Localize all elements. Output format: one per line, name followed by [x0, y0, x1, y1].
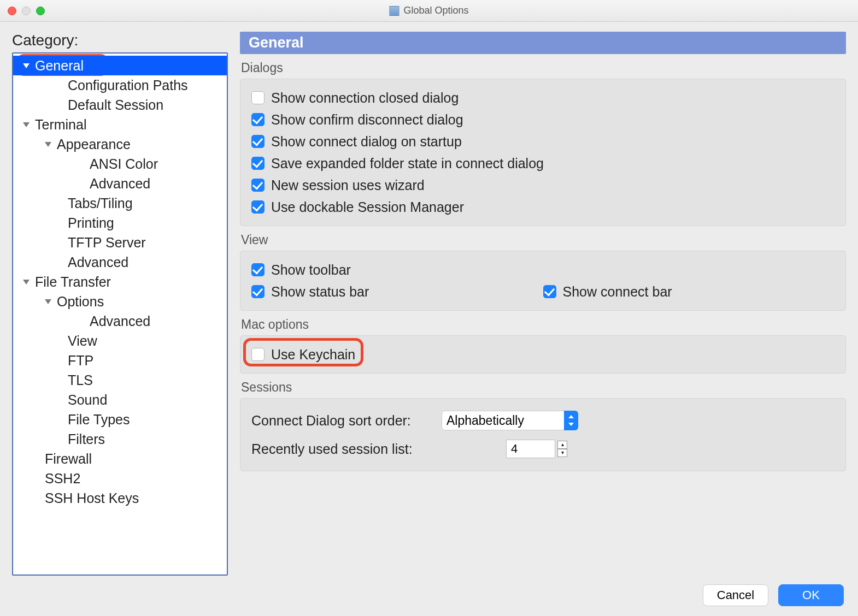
chk-label: Show connect dialog on startup: [271, 134, 462, 150]
app-icon: [389, 6, 399, 16]
tree-item-appearance[interactable]: Appearance: [13, 134, 227, 154]
sort-order-label: Connect Dialog sort order:: [251, 413, 432, 429]
chevron-down-icon[interactable]: [23, 63, 30, 68]
chk-label: Save expanded folder state in connect di…: [271, 156, 544, 171]
recent-list-label: Recently used session list:: [251, 441, 432, 457]
tree-item-ftp[interactable]: FTP: [13, 351, 227, 370]
chk-use-keychain[interactable]: [251, 348, 265, 361]
tree-label: Sound: [68, 392, 107, 408]
tree-item-ansi-color[interactable]: ANSI Color: [13, 154, 227, 174]
group-label-mac: Mac options: [240, 317, 846, 332]
chevron-down-icon[interactable]: [23, 280, 30, 285]
chk-show-confirm[interactable]: [251, 113, 265, 126]
category-tree[interactable]: General Configuration Paths Default Sess…: [12, 52, 228, 576]
category-sidebar: Category: General Configuration Paths De…: [12, 32, 228, 576]
tree-label: Options: [57, 294, 104, 310]
tree-item-ssh2[interactable]: SSH2: [13, 469, 227, 488]
stepper-down-icon[interactable]: ▾: [557, 449, 567, 457]
chk-show-statusbar[interactable]: [251, 285, 265, 298]
stepper-up-icon[interactable]: ▴: [557, 441, 567, 449]
global-options-window: Global Options Category: General Configu…: [0, 0, 858, 616]
chevron-down-icon[interactable]: [45, 299, 51, 304]
tree-label: Printing: [68, 215, 114, 231]
settings-panel: General Dialogs Show connection closed d…: [240, 32, 846, 576]
chk-label: Show status bar: [271, 284, 369, 300]
chevron-down-icon[interactable]: [23, 122, 30, 127]
tree-label: Tabs/Tiling: [68, 196, 133, 211]
cancel-button[interactable]: Cancel: [703, 584, 768, 606]
group-view: View Show toolbar Show status bar Show c…: [240, 233, 846, 311]
recent-list-input[interactable]: [506, 440, 555, 458]
tree-label: File Types: [68, 412, 130, 428]
ok-button[interactable]: OK: [778, 584, 844, 606]
tree-item-options[interactable]: Options: [13, 292, 227, 311]
tree-label: Firewall: [45, 451, 92, 467]
tree-item-default-session[interactable]: Default Session: [13, 95, 227, 115]
panel-title: General: [240, 32, 846, 54]
zoom-window-icon[interactable]: [36, 7, 45, 15]
tree-label: File Transfer: [35, 274, 111, 290]
group-mac: Mac options Use Keychain: [240, 317, 846, 374]
chk-show-startup[interactable]: [251, 135, 265, 148]
dialog-footer: Cancel OK: [12, 576, 846, 611]
tree-item-printing[interactable]: Printing: [13, 213, 227, 233]
window-title: Global Options: [389, 5, 468, 16]
chk-new-wizard[interactable]: [251, 179, 265, 192]
tree-label: SSH Host Keys: [45, 490, 139, 506]
tree-label: Default Session: [68, 97, 163, 113]
window-title-text: Global Options: [403, 5, 468, 16]
tree-label: Advanced: [90, 176, 150, 192]
group-label-view: View: [240, 233, 846, 247]
group-sessions: Sessions Connect Dialog sort order: Alph…: [240, 380, 846, 471]
chevron-down-icon[interactable]: [45, 142, 51, 147]
tree-label: TLS: [68, 372, 93, 388]
chk-label: New session uses wizard: [271, 177, 425, 193]
minimize-window-icon: [22, 7, 31, 15]
group-label-sessions: Sessions: [240, 380, 846, 395]
tree-item-file-types[interactable]: File Types: [13, 410, 227, 429]
tree-item-firewall[interactable]: Firewall: [13, 449, 227, 469]
tree-item-terminal[interactable]: Terminal: [13, 115, 227, 134]
group-dialogs: Dialogs Show connection closed dialog Sh…: [240, 61, 846, 226]
chk-show-closed[interactable]: [251, 91, 265, 104]
chk-save-expanded[interactable]: [251, 157, 265, 170]
tree-item-appearance-advanced[interactable]: Advanced: [13, 174, 227, 193]
tree-item-terminal-advanced[interactable]: Advanced: [13, 252, 227, 272]
chk-show-connectbar[interactable]: [543, 285, 556, 298]
tree-item-tftp[interactable]: TFTP Server: [13, 233, 227, 252]
tree-label: View: [68, 333, 97, 349]
tree-label: Advanced: [90, 313, 150, 329]
tree-item-sound[interactable]: Sound: [13, 390, 227, 410]
chk-dockable[interactable]: [251, 200, 265, 214]
tree-label: Terminal: [35, 117, 86, 133]
chk-show-toolbar[interactable]: [251, 263, 265, 276]
tree-label: Configuration Paths: [68, 78, 188, 93]
tree-item-filters[interactable]: Filters: [13, 429, 227, 449]
close-window-icon[interactable]: [8, 7, 16, 15]
chk-label: Use dockable Session Manager: [271, 199, 464, 215]
chk-label: Show toolbar: [271, 262, 351, 278]
tree-label: ANSI Color: [90, 156, 158, 172]
sort-order-select[interactable]: Alphabetically: [442, 411, 578, 430]
chk-label: Show connect bar: [563, 284, 672, 300]
tree-label: General: [35, 58, 84, 74]
chk-label: Use Keychain: [271, 347, 355, 363]
window-controls: [0, 7, 45, 15]
tree-label: TFTP Server: [68, 235, 146, 251]
chk-label: Show confirm disconnect dialog: [271, 112, 463, 128]
tree-item-config-paths[interactable]: Configuration Paths: [13, 75, 227, 95]
tree-label: Advanced: [68, 254, 128, 270]
tree-label: Appearance: [57, 137, 131, 152]
tree-item-general[interactable]: General: [13, 56, 227, 75]
tree-item-ssh-host-keys[interactable]: SSH Host Keys: [13, 488, 227, 508]
titlebar: Global Options: [0, 0, 858, 22]
category-heading: Category:: [12, 32, 228, 49]
tree-item-tabs-tiling[interactable]: Tabs/Tiling: [13, 193, 227, 213]
tree-label: FTP: [68, 353, 93, 369]
tree-item-options-advanced[interactable]: Advanced: [13, 311, 227, 331]
tree-label: SSH2: [45, 471, 80, 487]
tree-label: Filters: [68, 431, 105, 447]
tree-item-view[interactable]: View: [13, 331, 227, 351]
tree-item-tls[interactable]: TLS: [13, 370, 227, 390]
tree-item-file-transfer[interactable]: File Transfer: [13, 272, 227, 292]
